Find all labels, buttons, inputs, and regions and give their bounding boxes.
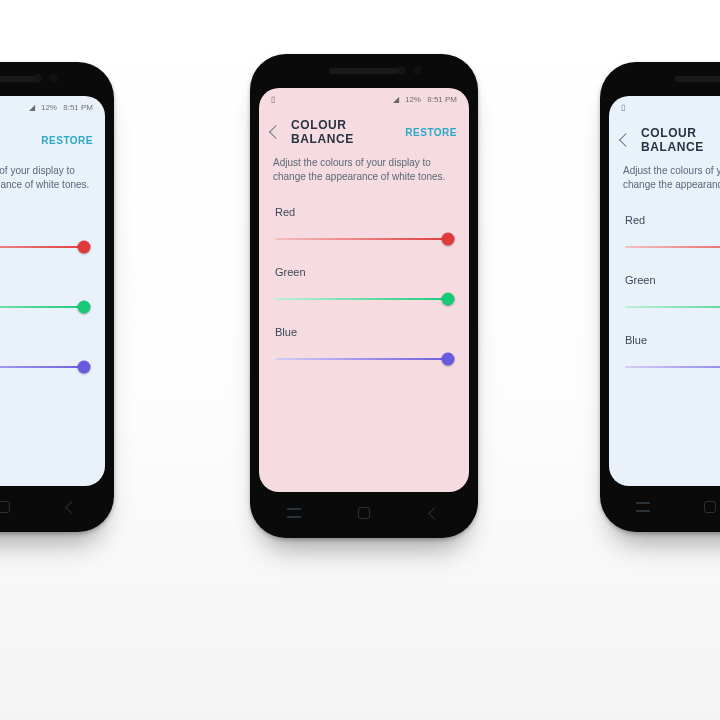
slider-thumb[interactable] <box>77 361 90 374</box>
slider-track <box>0 306 89 308</box>
phone-screen: ▯ ◢ 12% 8:51 PM COLOUR BALANCE RESTORE A… <box>0 96 105 486</box>
slider-track <box>625 366 720 368</box>
slider-group-blue: Blue <box>0 322 105 382</box>
battery-text: 12% <box>405 95 421 104</box>
status-bar: ▯ ◢ 12% 8:51 PM <box>0 96 105 118</box>
phone-left: ▯ ◢ 12% 8:51 PM COLOUR BALANCE RESTORE A… <box>0 62 114 532</box>
product-photo: ▯ ◢ 12% 8:51 PM COLOUR BALANCE RESTORE A… <box>0 0 720 720</box>
nav-back-icon[interactable] <box>427 506 441 520</box>
slider-label-blue: Blue <box>625 334 720 346</box>
status-bar: ▯ ◢ 12% 8:51 PM <box>609 96 720 118</box>
slider-track <box>0 366 89 368</box>
slider-label-red: Red <box>625 214 720 226</box>
slider-label-green: Green <box>625 274 720 286</box>
front-camera-icon <box>49 74 58 83</box>
nav-recent-icon[interactable] <box>636 500 650 514</box>
green-slider[interactable] <box>625 298 720 316</box>
description-text: Adjust the colours of your display to ch… <box>259 150 469 194</box>
clock-text: 8:51 PM <box>427 95 457 104</box>
slider-label-red: Red <box>0 214 89 226</box>
app-bar: COLOUR BALANCE RESTORE <box>0 118 105 158</box>
slider-label-blue: Blue <box>275 326 453 338</box>
slider-track <box>275 238 453 240</box>
green-slider[interactable] <box>275 290 453 308</box>
slider-thumb[interactable] <box>441 353 454 366</box>
slider-group-green: Green <box>609 262 720 322</box>
nav-bar <box>0 494 105 520</box>
slider-track <box>275 298 453 300</box>
slider-group-green: Green <box>0 262 105 322</box>
nav-back-icon[interactable] <box>64 500 78 514</box>
slider-track <box>0 246 89 248</box>
battery-text: 12% <box>41 103 57 112</box>
red-slider[interactable] <box>0 238 89 256</box>
slider-thumb[interactable] <box>77 301 90 314</box>
slider-label-green: Green <box>275 266 453 278</box>
slider-group-blue: Blue <box>259 314 469 374</box>
status-notif-icon: ▯ <box>621 103 625 112</box>
page-title: COLOUR BALANCE <box>641 126 720 154</box>
green-slider[interactable] <box>0 298 89 316</box>
slider-thumb[interactable] <box>441 293 454 306</box>
description-text: Adjust the colours of your display to ch… <box>0 158 105 202</box>
nav-recent-icon[interactable] <box>287 506 301 520</box>
slider-label-blue: Blue <box>0 334 89 346</box>
red-slider[interactable] <box>275 230 453 248</box>
slider-group-red: Red <box>0 202 105 262</box>
signal-icon: ◢ <box>29 103 35 112</box>
nav-bar <box>609 494 720 520</box>
slider-track <box>275 358 453 360</box>
phone-screen: ▯ ◢ 12% 8:51 PM COLOUR BALANCE RESTORE A… <box>609 96 720 486</box>
slider-label-red: Red <box>275 206 453 218</box>
phone-center: ▯ ◢ 12% 8:51 PM COLOUR BALANCE RESTORE A… <box>250 54 478 538</box>
front-camera-icon <box>413 66 422 75</box>
app-bar: COLOUR BALANCE RESTORE <box>609 118 720 158</box>
slider-thumb[interactable] <box>77 241 90 254</box>
back-icon[interactable] <box>269 125 283 139</box>
phone-right: ▯ ◢ 12% 8:51 PM COLOUR BALANCE RESTORE A… <box>600 62 720 532</box>
description-text: Adjust the colours of your display to ch… <box>609 158 720 202</box>
blue-slider[interactable] <box>275 350 453 368</box>
app-bar: COLOUR BALANCE RESTORE <box>259 110 469 150</box>
restore-button[interactable]: RESTORE <box>405 127 457 138</box>
blue-slider[interactable] <box>625 358 720 376</box>
slider-track <box>625 306 720 308</box>
back-icon[interactable] <box>619 133 633 147</box>
slider-track <box>625 246 720 248</box>
page-title: COLOUR BALANCE <box>291 118 405 146</box>
blue-slider[interactable] <box>0 358 89 376</box>
slider-group-red: Red <box>609 202 720 262</box>
slider-group-red: Red <box>259 194 469 254</box>
slider-thumb[interactable] <box>441 233 454 246</box>
slider-group-green: Green <box>259 254 469 314</box>
page-title: COLOUR BALANCE <box>0 126 41 154</box>
nav-home-icon[interactable] <box>357 506 371 520</box>
status-bar: ▯ ◢ 12% 8:51 PM <box>259 88 469 110</box>
restore-button[interactable]: RESTORE <box>41 135 93 146</box>
status-notif-icon: ▯ <box>271 95 275 104</box>
slider-label-green: Green <box>0 274 89 286</box>
slider-group-blue: Blue <box>609 322 720 382</box>
red-slider[interactable] <box>625 238 720 256</box>
phone-screen: ▯ ◢ 12% 8:51 PM COLOUR BALANCE RESTORE A… <box>259 88 469 492</box>
signal-icon: ◢ <box>393 95 399 104</box>
nav-home-icon[interactable] <box>0 500 11 514</box>
clock-text: 8:51 PM <box>63 103 93 112</box>
nav-home-icon[interactable] <box>703 500 717 514</box>
nav-bar <box>259 500 469 526</box>
